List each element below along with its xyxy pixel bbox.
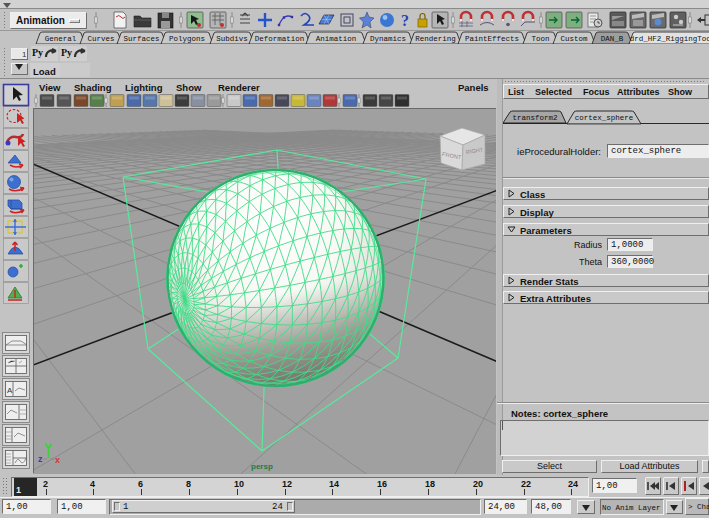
svg-text:Rendering: Rendering <box>415 35 456 43</box>
svg-text:drd_HF2_RiggingTool: drd_HF2_RiggingTool <box>630 35 709 43</box>
svg-text:Toon: Toon <box>531 35 549 43</box>
svg-text:Dynamics: Dynamics <box>370 35 406 43</box>
svg-text:Custom: Custom <box>560 35 588 43</box>
svg-text:DAN_B: DAN_B <box>601 35 624 43</box>
svg-text:Animation: Animation <box>316 35 357 43</box>
svg-text:Deformation: Deformation <box>255 35 305 43</box>
svg-text:?: ? <box>401 12 409 29</box>
svg-text:Curves: Curves <box>87 35 114 43</box>
svg-text:z: z <box>38 454 43 464</box>
svg-text:Subdivs: Subdivs <box>216 35 248 43</box>
svg-text:persp: persp <box>251 462 273 471</box>
svg-text:General: General <box>45 35 77 43</box>
svg-text:Polygons: Polygons <box>169 35 205 43</box>
svg-text:transform2: transform2 <box>512 114 557 122</box>
svg-text:PaintEffects: PaintEffects <box>465 35 519 43</box>
svg-text:cortex_sphere: cortex_sphere <box>575 114 634 122</box>
svg-text:Surfaces: Surfaces <box>123 35 159 43</box>
svg-text:x: x <box>55 455 60 465</box>
svg-text:A: A <box>7 386 13 395</box>
